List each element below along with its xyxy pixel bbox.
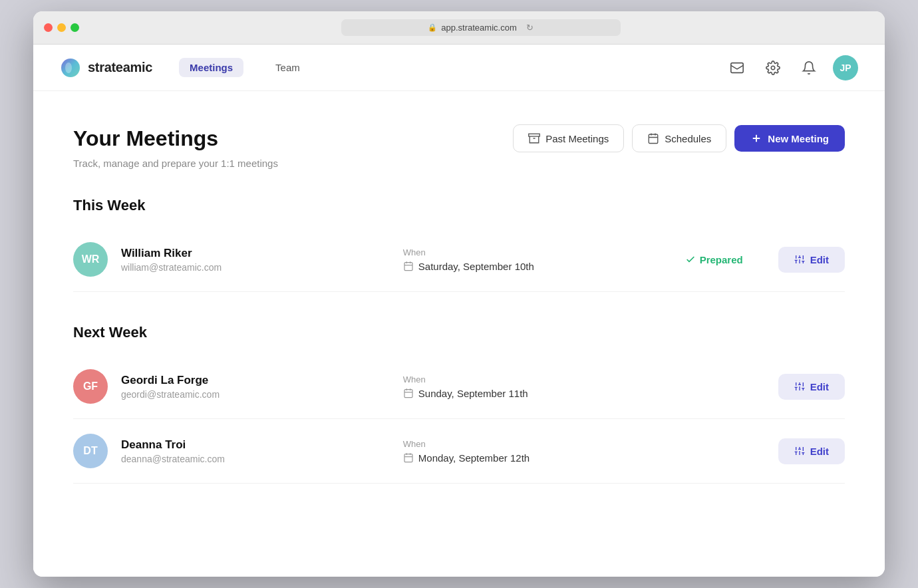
traffic-lights	[44, 23, 79, 32]
table-row: GF Geordi La Forge geordi@strateamic.com…	[73, 355, 845, 419]
header-actions: Past Meetings Schedules	[513, 124, 845, 152]
nav-meetings[interactable]: Meetings	[179, 58, 243, 77]
person-email: deanna@strateamic.com	[121, 454, 390, 464]
svg-rect-38	[404, 454, 412, 462]
this-week-title: This Week	[73, 197, 845, 214]
browser-chrome: 🔒 app.strateamic.com ↻	[33, 11, 885, 45]
avatar: WR	[73, 242, 108, 277]
person-name: William Riker	[121, 247, 390, 260]
svg-rect-6	[649, 134, 659, 144]
svg-rect-25	[404, 390, 412, 398]
check-icon	[685, 254, 696, 265]
meeting-person: Deanna Troi deanna@strateamic.com	[121, 438, 390, 464]
meeting-when: When Monday, September 12th	[403, 439, 672, 464]
address-bar[interactable]: 🔒 app.strateamic.com ↻	[341, 19, 621, 36]
svg-rect-12	[404, 263, 412, 271]
sliders-icon	[794, 446, 805, 456]
browser-window: 🔒 app.strateamic.com ↻	[33, 11, 885, 577]
page-title: Your Meetings	[73, 126, 513, 151]
meeting-person: Geordi La Forge geordi@strateamic.com	[121, 374, 390, 400]
calendar-small-icon	[403, 261, 414, 271]
nav-team[interactable]: Team	[265, 58, 311, 77]
past-meetings-button[interactable]: Past Meetings	[513, 124, 624, 152]
meeting-when: When Saturday, September 10th	[403, 247, 672, 272]
browser-content: strateamic Meetings Team	[33, 45, 885, 577]
inbox-icon	[730, 61, 744, 75]
when-label: When	[403, 374, 672, 384]
archive-icon	[528, 132, 540, 144]
lock-icon: 🔒	[428, 23, 437, 32]
when-date: Saturday, September 10th	[403, 261, 672, 272]
when-label: When	[403, 439, 672, 449]
notification-icon-btn[interactable]	[797, 56, 821, 80]
when-date: Monday, September 12th	[403, 452, 672, 464]
svg-point-3	[771, 66, 775, 70]
svg-rect-2	[731, 63, 743, 73]
person-name: Deanna Troi	[121, 438, 390, 452]
calendar-icon	[647, 132, 659, 144]
page-header: Your Meetings Past Meetings	[73, 124, 845, 152]
meeting-when: When Sunday, September 11th	[403, 374, 672, 399]
person-email: william@strateamic.com	[121, 262, 390, 273]
logo-text: strateamic	[88, 60, 152, 75]
avatar: DT	[73, 434, 108, 468]
logo-icon	[60, 57, 81, 78]
minimize-button[interactable]	[57, 23, 66, 32]
meeting-person: William Riker william@strateamic.com	[121, 247, 390, 273]
sliders-icon	[794, 254, 805, 265]
plus-icon	[750, 132, 762, 144]
person-email: geordi@strateamic.com	[121, 389, 390, 400]
avatar: GF	[73, 369, 108, 404]
svg-rect-4	[529, 134, 540, 136]
url-text: app.strateamic.com	[441, 23, 516, 33]
maximize-button[interactable]	[71, 23, 79, 32]
close-button[interactable]	[44, 23, 53, 32]
gear-icon	[766, 61, 780, 75]
when-label: When	[403, 247, 672, 257]
status-badge: Prepared	[685, 254, 765, 265]
edit-button[interactable]: Edit	[778, 247, 845, 273]
refresh-icon[interactable]: ↻	[526, 23, 534, 33]
page-subtitle: Track, manage and prepare your 1:1 meeti…	[73, 158, 845, 169]
bell-icon	[802, 61, 816, 75]
person-name: Geordi La Forge	[121, 374, 390, 387]
sliders-icon	[794, 381, 805, 392]
edit-button[interactable]: Edit	[778, 438, 845, 464]
settings-icon-btn[interactable]	[761, 56, 785, 80]
table-row: WR William Riker william@strateamic.com …	[73, 227, 845, 292]
table-row: DT Deanna Troi deanna@strateamic.com Whe…	[73, 419, 845, 484]
this-week-section: This Week WR William Riker william@strat…	[73, 197, 845, 292]
edit-button[interactable]: Edit	[778, 374, 845, 400]
top-nav: strateamic Meetings Team	[33, 45, 885, 91]
nav-right: JP	[725, 55, 858, 80]
schedules-button[interactable]: Schedules	[632, 124, 726, 152]
user-avatar[interactable]: JP	[833, 55, 858, 80]
calendar-small-icon	[403, 452, 414, 463]
logo[interactable]: strateamic	[60, 57, 152, 78]
inbox-icon-btn[interactable]	[725, 56, 749, 80]
next-week-title: Next Week	[73, 324, 845, 341]
next-week-section: Next Week GF Geordi La Forge geordi@stra…	[73, 324, 845, 484]
new-meeting-button[interactable]: New Meeting	[734, 125, 845, 152]
main-content: Your Meetings Past Meetings	[33, 91, 885, 517]
svg-point-1	[65, 63, 72, 73]
when-date: Sunday, September 11th	[403, 388, 672, 399]
calendar-small-icon	[403, 388, 414, 398]
